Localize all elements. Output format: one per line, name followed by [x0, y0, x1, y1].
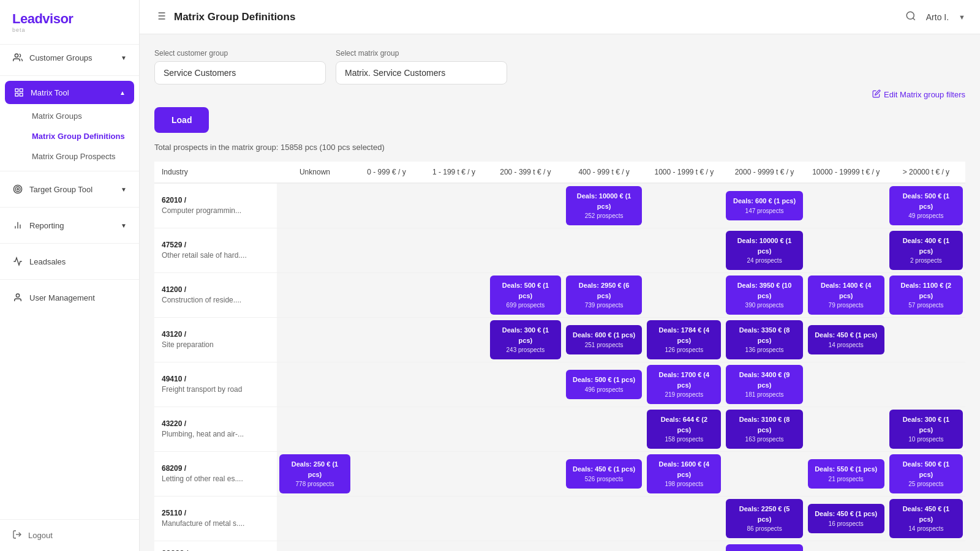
cell-4-c400_999t[interactable]: Deals: 500 € (1 pcs)496 prospects: [564, 362, 644, 407]
cell-1-c200_399t[interactable]: [488, 228, 564, 273]
load-button[interactable]: Load: [154, 107, 209, 133]
cell-7-c0_999[interactable]: [353, 497, 420, 541]
cell-0-c0_999[interactable]: [353, 184, 420, 228]
cell-8-c1000_1999t[interactable]: [644, 541, 723, 551]
sidebar-item-matrix-tool[interactable]: Matrix Tool ▲: [5, 81, 134, 104]
customer-group-input[interactable]: [154, 61, 326, 84]
cell-2-c1_199t[interactable]: [420, 273, 488, 318]
user-chevron-icon[interactable]: ▼: [959, 13, 965, 21]
cell-5-c1_199t[interactable]: [420, 407, 488, 452]
cell-4-unknown[interactable]: [277, 362, 353, 407]
sidebar-item-customer-groups[interactable]: Customer Groups ▼: [0, 45, 139, 70]
cell-6-cgt20000t[interactable]: Deals: 500 € (1 pcs)25 prospects: [887, 452, 965, 497]
cell-3-c2000_9999t[interactable]: Deals: 3350 € (8 pcs)136 prospects: [723, 318, 805, 362]
cell-1-c2000_9999t[interactable]: Deals: 10000 € (1 pcs)24 prospects: [723, 228, 805, 273]
cell-2-c400_999t[interactable]: Deals: 2950 € (6 pcs)739 prospects: [564, 273, 644, 318]
sidebar-item-matrix-groups[interactable]: Matrix Groups: [24, 107, 139, 126]
cell-7-c1_199t[interactable]: [420, 497, 488, 541]
cell-6-c10000_19999t[interactable]: Deals: 550 € (1 pcs)21 prospects: [805, 452, 887, 497]
cell-6-c2000_9999t[interactable]: [723, 452, 805, 497]
cell-3-c1_199t[interactable]: [420, 318, 488, 362]
cell-1-c1_199t[interactable]: [420, 228, 488, 273]
cell-0-unknown[interactable]: [277, 184, 353, 228]
cell-2-c1000_1999t[interactable]: [644, 273, 723, 318]
sidebar-item-matrix-group-definitions[interactable]: Matrix Group Definitions: [24, 127, 139, 146]
cell-4-c2000_9999t[interactable]: Deals: 3400 € (9 pcs)181 prospects: [723, 362, 805, 407]
cell-3-c10000_19999t[interactable]: Deals: 450 € (1 pcs)14 prospects: [805, 318, 887, 362]
cell-5-unknown[interactable]: [277, 407, 353, 452]
cell-deals: Deals: 1600 € (4 pcs): [653, 459, 715, 479]
cell-3-unknown[interactable]: [277, 318, 353, 362]
cell-7-c10000_19999t[interactable]: Deals: 450 € (1 pcs)16 prospects: [805, 497, 887, 541]
cell-0-c1000_1999t[interactable]: [644, 184, 723, 228]
sidebar-item-matrix-group-prospects[interactable]: Matrix Group Prospects: [24, 147, 139, 166]
cell-0-c400_999t[interactable]: Deals: 10000 € (1 pcs)252 prospects: [564, 184, 644, 228]
cell-7-c400_999t[interactable]: [564, 497, 644, 541]
cell-content: Deals: 1400 € (4 pcs)79 prospects: [808, 276, 884, 315]
cell-0-cgt20000t[interactable]: Deals: 500 € (1 pcs)49 prospects: [887, 184, 965, 228]
cell-5-c0_999[interactable]: [353, 407, 420, 452]
cell-0-c1_199t[interactable]: [420, 184, 488, 228]
cell-1-unknown[interactable]: [277, 228, 353, 273]
cell-2-cgt20000t[interactable]: Deals: 1100 € (2 pcs)57 prospects: [887, 273, 965, 318]
cell-3-c0_999[interactable]: [353, 318, 420, 362]
cell-7-c1000_1999t[interactable]: [644, 497, 723, 541]
cell-5-c1000_1999t[interactable]: Deals: 644 € (2 pcs)158 prospects: [644, 407, 723, 452]
logout-item[interactable]: Logout: [12, 530, 127, 541]
cell-8-c10000_19999t[interactable]: [805, 541, 887, 551]
cell-6-c0_999[interactable]: [353, 452, 420, 497]
cell-5-c400_999t[interactable]: [564, 407, 644, 452]
cell-2-c10000_19999t[interactable]: Deals: 1400 € (4 pcs)79 prospects: [805, 273, 887, 318]
cell-2-unknown[interactable]: [277, 273, 353, 318]
cell-6-c1000_1999t[interactable]: Deals: 1600 € (4 pcs)198 prospects: [644, 452, 723, 497]
cell-2-c200_399t[interactable]: Deals: 500 € (1 pcs)699 prospects: [488, 273, 564, 318]
cell-1-c10000_19999t[interactable]: [805, 228, 887, 273]
cell-3-cgt20000t[interactable]: [887, 318, 965, 362]
cell-8-c400_999t[interactable]: [564, 541, 644, 551]
cell-5-c10000_19999t[interactable]: [805, 407, 887, 452]
cell-6-c200_399t[interactable]: [488, 452, 564, 497]
cell-0-c2000_9999t[interactable]: Deals: 600 € (1 pcs)147 prospects: [723, 184, 805, 228]
cell-1-c0_999[interactable]: [353, 228, 420, 273]
sidebar-item-target-group-tool[interactable]: Target Group Tool ▼: [0, 176, 139, 202]
cell-7-c2000_9999t[interactable]: Deals: 2250 € (5 pcs)86 prospects: [723, 497, 805, 541]
cell-7-unknown[interactable]: [277, 497, 353, 541]
cell-8-unknown[interactable]: [277, 541, 353, 551]
cell-8-cgt20000t[interactable]: [887, 541, 965, 551]
cell-3-c200_399t[interactable]: Deals: 300 € (1 pcs)243 prospects: [488, 318, 564, 362]
page-title-area: Matrix Group Definitions: [154, 10, 295, 24]
cell-8-c1_199t[interactable]: [420, 541, 488, 551]
cell-1-c400_999t[interactable]: [564, 228, 644, 273]
cell-4-c1000_1999t[interactable]: Deals: 1700 € (4 pcs)219 prospects: [644, 362, 723, 407]
cell-7-cgt20000t[interactable]: Deals: 450 € (1 pcs)14 prospects: [887, 497, 965, 541]
cell-2-c2000_9999t[interactable]: Deals: 3950 € (10 pcs)390 prospects: [723, 273, 805, 318]
matrix-group-input[interactable]: [336, 61, 507, 84]
cell-3-c1000_1999t[interactable]: Deals: 1784 € (4 pcs)126 prospects: [644, 318, 723, 362]
cell-6-c400_999t[interactable]: Deals: 450 € (1 pcs)526 prospects: [564, 452, 644, 497]
cell-7-c200_399t[interactable]: [488, 497, 564, 541]
cell-4-cgt20000t[interactable]: [887, 362, 965, 407]
cell-5-c200_399t[interactable]: [488, 407, 564, 452]
cell-4-c200_399t[interactable]: [488, 362, 564, 407]
cell-1-c1000_1999t[interactable]: [644, 228, 723, 273]
cell-4-c0_999[interactable]: [353, 362, 420, 407]
cell-8-c200_399t[interactable]: [488, 541, 564, 551]
sidebar-item-reporting[interactable]: Reporting ▼: [0, 212, 139, 238]
cell-4-c1_199t[interactable]: [420, 362, 488, 407]
cell-3-c400_999t[interactable]: Deals: 600 € (1 pcs)251 prospects: [564, 318, 644, 362]
cell-1-cgt20000t[interactable]: Deals: 400 € (1 pcs)2 prospects: [887, 228, 965, 273]
cell-8-c2000_9999t[interactable]: Deals: ...... prospects: [723, 541, 805, 551]
search-icon[interactable]: [905, 10, 916, 24]
cell-5-cgt20000t[interactable]: Deals: 300 € (1 pcs)10 prospects: [887, 407, 965, 452]
cell-6-unknown[interactable]: Deals: 250 € (1 pcs)778 prospects: [277, 452, 353, 497]
sidebar-item-leadsales[interactable]: Leadsales: [0, 249, 139, 274]
sidebar-item-user-management[interactable]: User Management: [0, 285, 139, 310]
cell-8-c0_999[interactable]: [353, 541, 420, 551]
cell-0-c10000_19999t[interactable]: [805, 184, 887, 228]
cell-4-c10000_19999t[interactable]: [805, 362, 887, 407]
edit-filters-link[interactable]: Edit Matrix group filters: [872, 89, 965, 100]
cell-5-c2000_9999t[interactable]: Deals: 3100 € (8 pcs)163 prospects: [723, 407, 805, 452]
cell-2-c0_999[interactable]: [353, 273, 420, 318]
cell-0-c200_399t[interactable]: [488, 184, 564, 228]
cell-6-c1_199t[interactable]: [420, 452, 488, 497]
